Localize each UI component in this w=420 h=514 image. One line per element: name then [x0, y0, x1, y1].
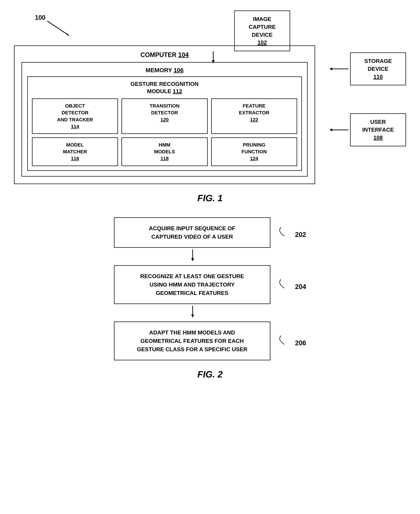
- step-curl-206-icon: [276, 335, 293, 345]
- flow-box-202: ACQUIRE INPUT SEQUENCE OF CAPTURED VIDEO…: [114, 217, 270, 248]
- hmm-models-box: HMM MODELS 118: [121, 137, 208, 166]
- user-interface-box: USER INTERFACE 108: [350, 113, 406, 146]
- computer-box: COMPUTER 104 MEMORY 106 GESTURE RECOGNIT…: [14, 45, 315, 184]
- arrow-100-icon: [45, 19, 77, 40]
- memory-box: MEMORY 106 GESTURE RECOGNITION MODULE 11…: [22, 62, 308, 177]
- storage-device-box: STORAGE DEVICE 110: [350, 53, 406, 85]
- fig2-caption: FIG. 2: [14, 369, 406, 379]
- step-number-206: 206: [276, 335, 306, 347]
- step-curl-204-icon: [276, 279, 293, 289]
- transition-detector-box: TRANSITION DETECTOR 120: [121, 98, 208, 134]
- memory-label: MEMORY 106: [27, 67, 302, 74]
- svg-marker-1: [67, 33, 70, 36]
- svg-marker-11: [191, 315, 194, 318]
- image-capture-box: IMAGE CAPTURE DEVICE 102: [234, 10, 290, 51]
- arrow-flow-1-icon: [189, 249, 196, 264]
- step-number-202: 202: [276, 227, 306, 238]
- step-curl-202-icon: [276, 227, 293, 237]
- fig2-section: ACQUIRE INPUT SEQUENCE OF CAPTURED VIDEO…: [14, 217, 406, 379]
- svg-line-0: [47, 21, 68, 35]
- flow-box-204: RECOGNIZE AT LEAST ONE GESTURE USING HMM…: [114, 265, 270, 304]
- arrow-user-interface-icon: [329, 126, 350, 133]
- label-100: 100: [35, 14, 45, 21]
- svg-marker-9: [191, 258, 194, 261]
- flow-text-204: RECOGNIZE AT LEAST ONE GESTURE USING HMM…: [140, 273, 244, 296]
- fig2-flow: ACQUIRE INPUT SEQUENCE OF CAPTURED VIDEO…: [14, 217, 406, 360]
- feature-extractor-box: FEATURE EXTRACTOR 122: [211, 98, 297, 134]
- flow-text-206: ADAPT THE HMM MODELS AND GEOMETRICAL FEA…: [137, 329, 247, 352]
- flow-box-206: ADAPT THE HMM MODELS AND GEOMETRICAL FEA…: [114, 322, 270, 360]
- arrow-storage-icon: [329, 65, 350, 72]
- arrow-flow-2-icon: [189, 306, 196, 320]
- step-number-204: 204: [276, 279, 306, 291]
- svg-marker-5: [330, 68, 332, 70]
- model-matcher-box: MODEL MATCHER 116: [32, 137, 118, 166]
- flow-text-202: ACQUIRE INPUT SEQUENCE OF CAPTURED VIDEO…: [149, 225, 235, 240]
- page-container: 100 IMAGE CAPTURE DEVICE 102: [14, 10, 406, 379]
- svg-marker-7: [330, 128, 332, 131]
- object-detector-box: OBJECT DETECTOR AND TRACKER 114: [32, 98, 118, 134]
- pruning-function-box: PRUNING FUNCTION 124: [211, 137, 297, 166]
- gesture-module-label: GESTURE RECOGNITION MODULE 112: [32, 80, 297, 95]
- gesture-module-box: GESTURE RECOGNITION MODULE 112 OBJECT DE…: [27, 76, 302, 171]
- fig1-section: 100 IMAGE CAPTURE DEVICE 102: [14, 10, 406, 203]
- fig1-caption: FIG. 1: [14, 193, 406, 203]
- computer-label: COMPUTER 104: [22, 51, 308, 59]
- component-grid: OBJECT DETECTOR AND TRACKER 114 TRANSITI…: [32, 98, 297, 166]
